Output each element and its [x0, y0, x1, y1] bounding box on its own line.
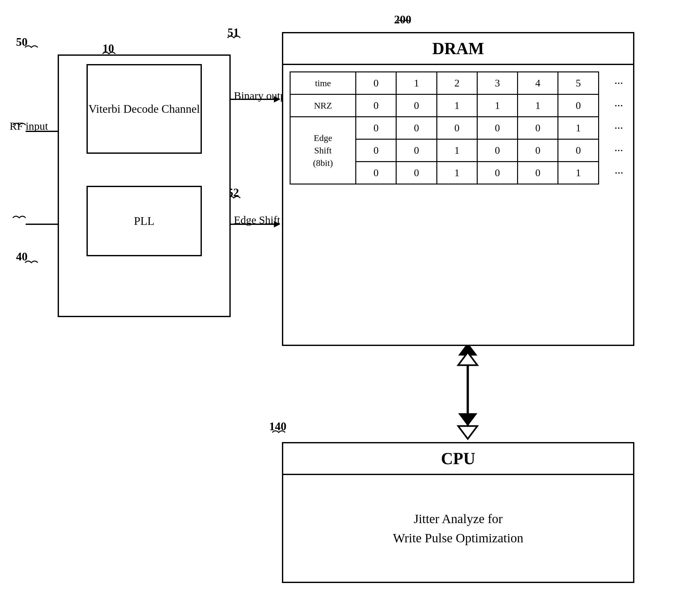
edge3-5: 1 — [558, 162, 599, 184]
cpu-title-cell: CPU — [283, 443, 633, 475]
ref-51: 51 — [227, 25, 239, 39]
edge1-4: 0 — [518, 117, 558, 139]
edge1-dots: ··· — [599, 117, 639, 139]
ref-40: 40 — [16, 250, 27, 263]
dram-box: DRAM time 0 1 2 3 4 5 ··· NRZ 0 0 1 — [282, 32, 634, 346]
dram-title-cell: DRAM — [283, 33, 633, 65]
ref-140: 140 — [269, 419, 286, 433]
edge3-3: 0 — [477, 162, 517, 184]
edge2-2: 1 — [437, 139, 477, 162]
time-5: 5 — [558, 72, 599, 95]
nrz-5: 0 — [558, 95, 599, 117]
edge2-1: 0 — [396, 139, 437, 162]
nrz-dots: ··· — [599, 95, 639, 117]
diagram: 50 10 40 30 51 52 53 200 140 RF input Bi… — [0, 0, 676, 616]
edge2-dots: ··· — [599, 139, 639, 162]
viterbi-label: Viterbi Decode Channel — [89, 102, 200, 117]
time-1: 1 — [396, 72, 437, 95]
nrz-1: 0 — [396, 95, 437, 117]
edge2-0: 0 — [356, 139, 396, 162]
nrz-4: 1 — [518, 95, 558, 117]
table-row-edge1: EdgeShift(8bit) 0 0 0 0 0 1 ··· — [290, 117, 639, 139]
time-3: 3 — [477, 72, 517, 95]
time-0: 0 — [356, 72, 396, 95]
jitter-label: Jitter Analyze forWrite Pulse Optimizati… — [283, 475, 633, 582]
double-arrow — [433, 349, 503, 442]
edge1-2: 0 — [437, 117, 477, 139]
ref-50: 50 — [16, 35, 27, 49]
cpu-box: CPU Jitter Analyze forWrite Pulse Optimi… — [282, 442, 634, 583]
nrz-2: 1 — [437, 95, 477, 117]
edge3-4: 0 — [518, 162, 558, 184]
nrz-label-cell: NRZ — [290, 95, 356, 117]
nrz-0: 0 — [356, 95, 396, 117]
edge2-3: 0 — [477, 139, 517, 162]
ref-200: 200 — [394, 13, 411, 26]
time-label-cell: time — [290, 72, 356, 95]
edge3-2: 1 — [437, 162, 477, 184]
pll-box: PLL — [87, 186, 202, 256]
edge1-5: 1 — [558, 117, 599, 139]
time-dots: ··· — [599, 72, 639, 95]
edge3-1: 0 — [396, 162, 437, 184]
edge-shift-label: Edge Shift — [234, 214, 280, 226]
edge2-5: 0 — [558, 139, 599, 162]
viterbi-box: Viterbi Decode Channel — [87, 64, 202, 154]
table-row-time: time 0 1 2 3 4 5 ··· — [290, 72, 639, 95]
edge1-3: 0 — [477, 117, 517, 139]
svg-marker-15 — [458, 426, 477, 439]
edge2-4: 0 — [518, 139, 558, 162]
edge-shift-label-cell: EdgeShift(8bit) — [290, 117, 356, 184]
nrz-3: 1 — [477, 95, 517, 117]
svg-marker-14 — [458, 352, 477, 365]
edge3-0: 0 — [356, 162, 396, 184]
rf-input-label: RF input — [10, 120, 48, 132]
dram-table: time 0 1 2 3 4 5 ··· NRZ 0 0 1 1 1 0 — [290, 71, 639, 184]
edge1-1: 0 — [396, 117, 437, 139]
time-2: 2 — [437, 72, 477, 95]
pll-label: PLL — [134, 214, 155, 229]
table-row-nrz: NRZ 0 0 1 1 1 0 ··· — [290, 95, 639, 117]
ref-10: 10 — [103, 42, 114, 55]
time-4: 4 — [518, 72, 558, 95]
edge1-0: 0 — [356, 117, 396, 139]
edge3-dots: ··· — [599, 162, 639, 184]
